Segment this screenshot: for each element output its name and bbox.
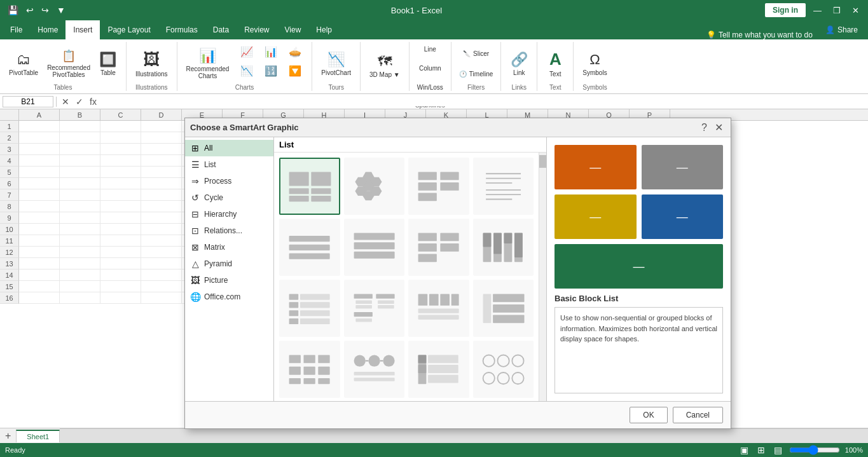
swatch-green[interactable]: — [555,244,723,289]
dialog-body: ⊞ All ☰ List ⇒ Process ↺ Cycle ⊟ Hierarc… [185,137,731,401]
customize-btn[interactable]: ▼ [54,4,68,17]
recommended-charts-button[interactable]: 📊 Recommended Charts [183,44,233,83]
slicer-button[interactable]: 🔪Slicer [460,44,492,62]
row-2: 2 [0,132,19,144]
recommended-pivottables-button[interactable]: 📋 Recommended PivotTables [43,44,94,83]
row-11: 11 [0,235,19,247]
dialog-help-btn[interactable]: ? [699,121,710,133]
table-button[interactable]: 🔲 Table [95,44,121,83]
thumb-circle-list[interactable] [344,341,405,398]
tab-home[interactable]: Home [30,20,65,39]
thumb-horizontal-multiline[interactable] [408,280,469,337]
tell-me-text[interactable]: Tell me what you want to do [719,31,813,39]
timeline-button[interactable]: 🕐Timeline [457,65,495,83]
thumb-hexagon-cluster[interactable] [344,158,405,215]
symbols-button[interactable]: Ω Symbols [579,44,610,83]
swatch-orange[interactable]: — [555,145,637,189]
ribbon-group-illustrations: 🖼 Illustrations Illustrations [127,42,177,91]
pivottable-button[interactable]: 🗂 PivotTable [5,44,42,83]
swatch-gray[interactable]: — [642,145,724,189]
thumb-square-accent[interactable] [279,280,340,337]
category-picture[interactable]: 🖼 Picture [185,272,273,289]
link-button[interactable]: 🔗 Link [506,44,532,83]
share-icon: 👤 [825,25,835,34]
cell-reference-box[interactable] [3,96,53,107]
category-hierarchy[interactable]: ⊟ Hierarchy [185,206,273,222]
tab-file[interactable]: File [3,20,30,39]
tab-insert[interactable]: Insert [65,20,100,39]
column-sparkline-btn[interactable]: Column [417,64,443,81]
col-A: A [19,109,60,120]
row-4: 4 [0,155,19,167]
category-pyramid[interactable]: △ Pyramid [185,256,273,272]
category-all[interactable]: ⊞ All [185,140,273,156]
category-officecom[interactable]: 🌐 Office.com [185,289,273,305]
col-chart-btn[interactable]: 📊 [259,44,282,62]
cell-b1[interactable] [60,121,100,132]
scatter-chart-btn[interactable]: 🔢 [259,64,282,81]
cell-c1[interactable] [100,121,141,132]
thumb-horizontal-bullet[interactable] [279,219,340,276]
dialog-close-btn[interactable]: ✕ [712,121,726,133]
thumbnails-panel[interactable] [274,153,539,401]
redo-btn[interactable]: ↪ [39,4,52,17]
bar-chart-btn[interactable]: 📈 [235,44,258,62]
tab-formulas[interactable]: Formulas [158,20,205,39]
thumb-target-list[interactable] [408,341,469,398]
illustrations-button[interactable]: 🖼 Illustrations [132,44,172,83]
undo-btn[interactable]: ↩ [24,4,36,17]
insert-function-btn[interactable]: fx [87,97,99,107]
lightbulb-icon: 💡 [706,31,716,39]
swatch-yellow[interactable]: — [555,194,637,239]
category-relations[interactable]: ⊡ Relations... [185,222,273,239]
minimize-btn[interactable]: — [809,4,825,17]
thumb-stacked-list[interactable] [408,158,469,215]
thumb-vertical-boxes[interactable] [473,341,534,398]
ok-button[interactable]: OK [630,407,667,423]
formula-input[interactable] [102,97,865,106]
svg-rect-25 [289,244,330,250]
office-label: Office.com [204,292,240,301]
thumb-trapezoid-list[interactable] [344,219,405,276]
close-btn[interactable]: ✕ [848,4,863,17]
thumb-grouped-list[interactable] [344,280,405,337]
cell-d1[interactable] [141,121,182,132]
thumb-double-vertical[interactable] [473,280,534,337]
more-charts-btn[interactable]: 🔽 [284,64,307,81]
thumb-org-chart1[interactable] [279,341,340,398]
save-quick-btn[interactable]: 💾 [5,4,21,17]
pivot-chart-button[interactable]: 📉 PivotChart [317,44,355,83]
thumb-vertical-split[interactable] [473,219,534,276]
cell-a1[interactable] [19,121,60,132]
scroll-thumb[interactable] [539,155,546,168]
tab-page-layout[interactable]: Page Layout [100,20,158,39]
thumb-basic-block[interactable] [279,158,340,215]
sign-in-button[interactable]: Sign in [765,3,806,17]
thumb-text-list[interactable] [473,158,534,215]
category-cycle[interactable]: ↺ Cycle [185,189,273,206]
text-button[interactable]: A Text [542,44,568,83]
line-chart-btn[interactable]: 📉 [235,64,258,81]
line-sparkline-btn[interactable]: Line [418,44,441,62]
tab-review[interactable]: Review [237,20,277,39]
swatch-blue[interactable]: — [642,194,724,239]
restore-btn[interactable]: ❒ [829,4,844,17]
cancel-formula-btn[interactable]: ✕ [59,97,72,107]
svg-point-78 [354,355,365,366]
tab-view[interactable]: View [277,20,309,39]
category-process[interactable]: ⇒ Process [185,173,273,189]
share-button[interactable]: 👤 Share [818,20,865,39]
tab-data[interactable]: Data [205,20,237,39]
tab-help[interactable]: Help [308,20,340,39]
cancel-button[interactable]: Cancel [673,407,723,423]
category-list[interactable]: ☰ List [185,156,273,173]
preview-panel: — — — — — Basic Block List Use to show n… [546,137,731,401]
confirm-formula-btn[interactable]: ✓ [73,97,86,107]
category-matrix[interactable]: ⊠ Matrix [185,239,273,256]
3dmap-button[interactable]: 🗺 3D Map ▼ [366,47,404,85]
scroll-track[interactable] [539,153,546,401]
charts-items: 📊 Recommended Charts 📈 📊 🥧 📉 🔢 🔽 [183,44,307,83]
thumb-alternating-list[interactable] [408,219,469,276]
pie-chart-btn[interactable]: 🥧 [284,44,307,62]
svg-rect-50 [300,318,330,324]
